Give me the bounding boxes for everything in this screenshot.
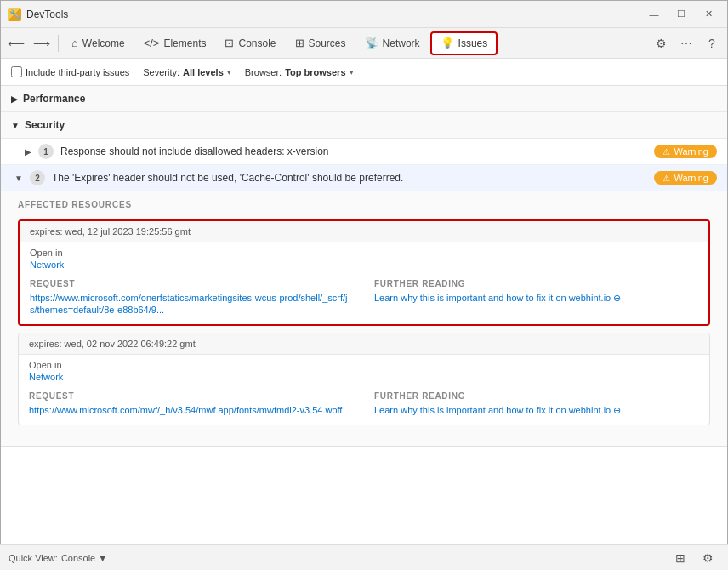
issues-icon: 💡: [441, 37, 454, 49]
issue1-warning-badge: ⚠ Warning: [654, 145, 717, 158]
security-arrow-icon: ▼: [11, 121, 20, 130]
issue-row-2[interactable]: ▼ 2 The 'Expires' header should not be u…: [1, 165, 727, 191]
tab-issues-label: Issues: [458, 37, 488, 49]
resource-card-2: expires: wed, 02 nov 2022 06:49:22 gmt O…: [18, 333, 710, 425]
resource1-request-col: REQUEST https://www.microsoft.com/onerfs…: [30, 279, 354, 316]
nav-forward-button[interactable]: ⟶: [30, 31, 54, 55]
close-button[interactable]: ✕: [697, 6, 720, 23]
issue-expanded-2: ▼ 2 The 'Expires' header should not be u…: [1, 165, 727, 447]
browser-label: Browser:: [245, 67, 282, 77]
resource2-request-col: REQUEST https://www.microsoft.com/mwf/_h…: [29, 391, 354, 416]
more-button[interactable]: ⋯: [674, 31, 698, 55]
resource2-network-link[interactable]: Network: [29, 372, 63, 382]
resource1-header: expires: wed, 12 jul 2023 19:25:56 gmt: [20, 221, 708, 242]
resource1-further-link-text: Learn why this is important and how to f…: [374, 293, 611, 303]
issue2-text: The 'Expires' header should not be used,…: [52, 172, 648, 184]
minimize-button[interactable]: —: [642, 6, 666, 23]
help-button[interactable]: ?: [700, 31, 724, 55]
severity-label: Severity:: [143, 67, 179, 77]
tab-elements-label: Elements: [163, 37, 206, 49]
quick-view-chevron-icon: ▼: [98, 553, 107, 563]
settings-button[interactable]: ⚙: [696, 546, 719, 570]
bottom-bar: Quick View: Console ▼ ⊞ ⚙: [0, 544, 728, 570]
tab-welcome[interactable]: ⌂ Welcome: [63, 31, 134, 55]
maximize-button[interactable]: ☐: [669, 6, 693, 23]
tab-sources[interactable]: ⊞ Sources: [287, 31, 355, 55]
severity-value: All levels: [183, 67, 224, 77]
browser-chevron-icon: ▾: [350, 68, 354, 77]
affected-resources-label: AFFECTED RESOURCES: [1, 191, 727, 213]
resource1-further-label: FURTHER READING: [374, 279, 698, 288]
resource2-body: Open in Network REQUEST https://www.micr…: [19, 355, 709, 425]
app-title: DevTools: [26, 9, 642, 20]
third-party-filter[interactable]: Include third-party issues: [11, 66, 129, 77]
issue1-warn-icon: ⚠: [663, 147, 670, 157]
resource2-further-link[interactable]: Learn why this is important and how to f…: [374, 405, 621, 415]
bottom-spacer: [1, 432, 727, 446]
resource2-further-icon: ⊕: [613, 405, 621, 415]
bottom-bar-actions: ⊞ ⚙: [668, 546, 719, 570]
filter-bar: Include third-party issues Severity: All…: [1, 59, 727, 86]
app-icon: 🔧: [8, 8, 21, 21]
devtools-toolbar: ⟵ ⟶ ⌂ Welcome </> Elements ⊡ Console ⊞ S…: [1, 28, 727, 59]
performance-section-header[interactable]: ▶ Performance: [1, 86, 727, 112]
tab-console[interactable]: ⊡ Console: [216, 31, 284, 55]
issue2-warning-badge: ⚠ Warning: [654, 171, 717, 185]
tab-network[interactable]: 📡 Network: [356, 31, 429, 55]
resource2-request-link[interactable]: https://www.microsoft.com/mwf/_h/v3.54/m…: [29, 405, 342, 415]
network-icon: 📡: [365, 37, 378, 49]
resource2-header: expires: wed, 02 nov 2022 06:49:22 gmt: [19, 333, 709, 355]
browser-filter[interactable]: Browser: Top browsers ▾: [245, 67, 354, 77]
resource2-further-col: FURTHER READING Learn why this is import…: [374, 391, 699, 416]
quick-view-label: Quick View:: [9, 553, 58, 563]
resource1-body: Open in Network REQUEST https://www.micr…: [20, 242, 708, 324]
main-content: ▶ Performance ▼ Security ▶ 1 Response sh…: [1, 86, 727, 545]
resource1-further-col: FURTHER READING Learn why this is import…: [374, 279, 698, 316]
title-bar: 🔧 DevTools — ☐ ✕: [1, 1, 727, 28]
tab-welcome-label: Welcome: [82, 37, 125, 49]
resource2-open-in-label: Open in: [29, 360, 699, 370]
issue2-arrow-icon: ▼: [14, 174, 23, 183]
resource1-network-link[interactable]: Network: [30, 259, 64, 270]
performance-arrow-icon: ▶: [11, 94, 18, 104]
security-section-header[interactable]: ▼ Security: [1, 112, 727, 139]
tab-network-label: Network: [383, 37, 420, 49]
resource2-further-link-text: Learn why this is important and how to f…: [374, 405, 611, 415]
welcome-icon: ⌂: [71, 37, 78, 49]
tab-console-label: Console: [238, 37, 276, 49]
resource-card-1: expires: wed, 12 jul 2023 19:25:56 gmt O…: [18, 219, 710, 326]
resource1-cols: REQUEST https://www.microsoft.com/onerfs…: [30, 279, 698, 316]
elements-icon: </>: [144, 37, 160, 49]
nav-back-button[interactable]: ⟵: [4, 31, 28, 55]
third-party-checkbox[interactable]: [11, 66, 22, 77]
resource2-further-label: FURTHER READING: [374, 391, 699, 401]
issue2-number: 2: [30, 170, 45, 185]
issue-row-1[interactable]: ▶ 1 Response should not include disallow…: [1, 139, 727, 165]
resource1-further-link[interactable]: Learn why this is important and how to f…: [374, 293, 621, 303]
resource1-open-in-label: Open in: [30, 248, 698, 258]
tab-sources-label: Sources: [309, 37, 346, 49]
quick-view-console-label: Console: [61, 553, 95, 563]
security-section-label: Security: [25, 119, 65, 131]
layout-button[interactable]: ⊞: [668, 546, 692, 570]
sources-icon: ⊞: [295, 37, 304, 49]
customize-button[interactable]: ⚙: [649, 31, 673, 55]
quick-view-console-button[interactable]: Console ▼: [61, 553, 107, 563]
issue1-arrow-icon: ▶: [25, 147, 31, 157]
issue2-badge-label: Warning: [674, 173, 708, 183]
window-controls: — ☐ ✕: [642, 6, 720, 23]
third-party-label: Include third-party issues: [26, 67, 129, 77]
tab-issues[interactable]: 💡 Issues: [430, 31, 498, 55]
resource1-further-icon: ⊕: [613, 293, 621, 303]
resource1-request-label: REQUEST: [30, 279, 354, 288]
issue2-warn-icon: ⚠: [663, 174, 670, 183]
tab-elements[interactable]: </> Elements: [135, 31, 215, 55]
toolbar-more-area: ⚙ ⋯ ?: [649, 31, 724, 55]
console-icon: ⊡: [225, 37, 234, 49]
toolbar-separator: [58, 35, 59, 52]
issue1-badge-label: Warning: [674, 146, 708, 157]
resource1-request-link[interactable]: https://www.microsoft.com/onerfstatics/m…: [30, 293, 348, 315]
severity-filter[interactable]: Severity: All levels ▾: [143, 67, 231, 77]
resource2-cols: REQUEST https://www.microsoft.com/mwf/_h…: [29, 391, 699, 416]
browser-value: Top browsers: [285, 67, 345, 77]
